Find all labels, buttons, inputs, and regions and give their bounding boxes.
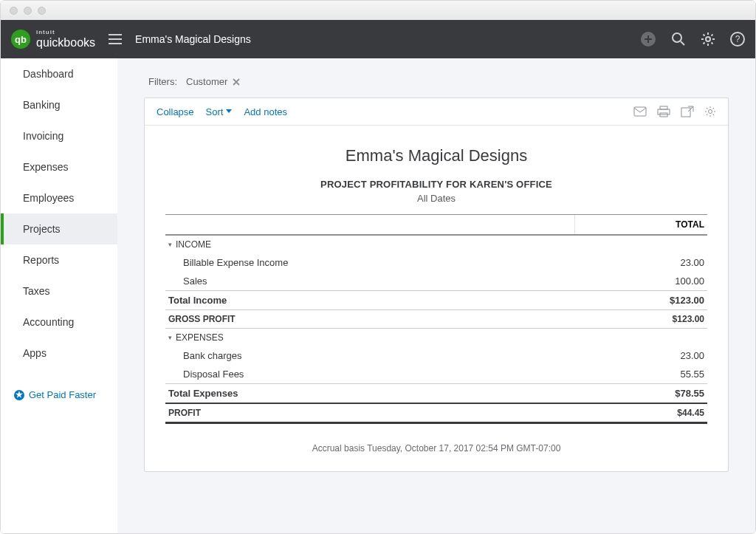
hamburger-icon[interactable]	[109, 34, 122, 44]
total-expenses-row: Total Expenses $78.55	[165, 384, 707, 404]
table-row[interactable]: Billable Expense Income 23.00	[165, 253, 707, 272]
sidebar-item-expenses[interactable]: Expenses	[1, 151, 117, 182]
cta-label: Get Paid Faster	[29, 389, 96, 400]
column-total: TOTAL	[574, 215, 707, 234]
row-label: Disposal Fees	[165, 365, 575, 384]
filter-chip-customer[interactable]: Customer	[186, 76, 241, 87]
sidebar-item-label: Taxes	[23, 285, 50, 297]
report-table: INCOME Billable Expense Income 23.00 Sal…	[165, 236, 707, 424]
sidebar-item-label: Invoicing	[23, 130, 63, 142]
main-content: Filters: Customer Collapse Sort	[117, 58, 755, 533]
add-notes-link[interactable]: Add notes	[244, 106, 287, 117]
section-income[interactable]: INCOME	[165, 236, 707, 253]
sidebar-item-label: Accounting	[23, 316, 74, 328]
row-value: 23.00	[575, 253, 707, 272]
sidebar-item-reports[interactable]: Reports	[1, 244, 117, 275]
sidebar-item-label: Employees	[23, 192, 74, 204]
brand-logo: qb intuit quickbooks	[11, 30, 95, 49]
window-close-dot[interactable]	[10, 7, 18, 15]
company-name: Emma's Magical Designs	[135, 33, 251, 45]
settings-icon[interactable]	[704, 106, 716, 117]
table-row[interactable]: Disposal Fees 55.55	[165, 365, 707, 384]
svg-point-10	[709, 110, 712, 114]
total-income-row: Total Income $123.00	[165, 291, 707, 310]
sidebar-item-label: Dashboard	[23, 68, 74, 80]
row-value: $44.45	[575, 403, 707, 423]
profit-row: PROFIT $44.45	[165, 403, 707, 423]
svg-point-2	[706, 37, 710, 41]
row-value: 55.55	[575, 365, 707, 384]
mac-titlebar	[1, 1, 755, 20]
report-date-range: All Dates	[165, 193, 707, 204]
collapse-link[interactable]: Collapse	[157, 106, 194, 117]
svg-rect-5	[634, 107, 646, 116]
help-icon[interactable]: ?	[730, 32, 745, 47]
section-heading: EXPENSES	[165, 329, 575, 347]
row-label: Sales	[165, 272, 575, 291]
sidebar-item-dashboard[interactable]: Dashboard	[1, 58, 117, 89]
topbar: qb intuit quickbooks Emma's Magical Desi…	[1, 20, 755, 58]
row-label: Total Expenses	[165, 384, 575, 404]
filters-row: Filters: Customer	[144, 76, 729, 87]
gross-profit-row: GROSS PROFIT $123.00	[165, 310, 707, 329]
sidebar-item-label: Projects	[23, 223, 61, 235]
row-value: 100.00	[575, 272, 707, 291]
add-icon[interactable]	[640, 31, 656, 47]
app-window: qb intuit quickbooks Emma's Magical Desi…	[0, 0, 756, 534]
report-toolbar: Collapse Sort Add notes	[145, 98, 728, 126]
row-label: GROSS PROFIT	[165, 310, 575, 329]
sidebar-item-employees[interactable]: Employees	[1, 182, 117, 213]
section-expenses[interactable]: EXPENSES	[165, 329, 707, 347]
print-icon[interactable]	[657, 106, 670, 117]
row-value: $78.55	[575, 384, 707, 404]
sort-link[interactable]: Sort	[206, 106, 233, 117]
star-icon: ★	[14, 390, 24, 400]
window-minimize-dot[interactable]	[24, 7, 32, 15]
window-zoom-dot[interactable]	[38, 7, 46, 15]
brand-intuit: intuit	[36, 30, 95, 35]
svg-rect-9	[681, 108, 690, 117]
gear-icon[interactable]	[701, 32, 715, 47]
report-card: Collapse Sort Add notes	[144, 97, 729, 472]
email-icon[interactable]	[633, 106, 647, 117]
row-value: $123.00	[575, 310, 707, 329]
sidebar-item-apps[interactable]: Apps	[1, 338, 117, 369]
export-icon[interactable]	[681, 106, 694, 117]
row-label: PROFIT	[165, 403, 575, 423]
row-value: 23.00	[575, 346, 707, 365]
search-icon[interactable]	[671, 32, 686, 47]
sidebar-item-projects[interactable]: Projects	[1, 213, 117, 244]
svg-rect-7	[658, 109, 670, 114]
sidebar-item-label: Banking	[23, 99, 61, 111]
close-icon[interactable]	[232, 78, 241, 86]
sidebar-item-invoicing[interactable]: Invoicing	[1, 120, 117, 151]
sidebar-item-accounting[interactable]: Accounting	[1, 307, 117, 338]
filters-label: Filters:	[148, 76, 177, 87]
report-body: Emma's Magical Designs PROJECT PROFITABI…	[145, 126, 728, 471]
filter-chip-label: Customer	[186, 76, 227, 87]
table-row[interactable]: Bank charges 23.00	[165, 346, 707, 365]
brand-product: quickbooks	[36, 37, 95, 49]
sidebar: Dashboard Banking Invoicing Expenses Emp…	[1, 58, 117, 533]
row-label: Bank charges	[165, 346, 575, 365]
sort-label: Sort	[206, 106, 224, 117]
report-title: PROJECT PROFITABILITY FOR KAREN'S OFFICE	[165, 179, 707, 190]
sidebar-item-label: Reports	[23, 254, 59, 266]
brand-mark: qb	[11, 30, 30, 49]
sidebar-item-label: Expenses	[23, 161, 68, 173]
row-value: $123.00	[575, 291, 707, 310]
svg-point-1	[673, 33, 681, 42]
row-label: Total Income	[165, 291, 575, 310]
report-footer: Accrual basis Tuesday, October 17, 2017 …	[165, 443, 707, 453]
table-row[interactable]: Sales 100.00	[165, 272, 707, 291]
report-company: Emma's Magical Designs	[165, 146, 707, 165]
svg-rect-6	[660, 106, 667, 109]
svg-text:?: ?	[735, 34, 740, 44]
sidebar-item-taxes[interactable]: Taxes	[1, 275, 117, 307]
chevron-down-icon	[226, 109, 232, 114]
sidebar-item-label: Apps	[23, 347, 47, 359]
section-heading: INCOME	[165, 236, 575, 253]
row-label: Billable Expense Income	[165, 253, 575, 272]
sidebar-item-banking[interactable]: Banking	[1, 89, 117, 120]
get-paid-faster-link[interactable]: ★ Get Paid Faster	[1, 382, 117, 400]
